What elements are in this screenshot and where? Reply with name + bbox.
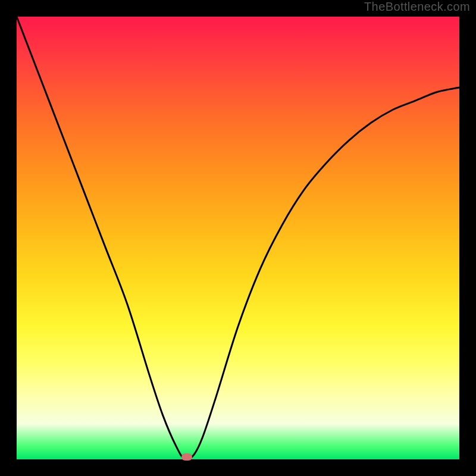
chart-container: TheBottleneck.com xyxy=(0,0,476,476)
optimum-marker xyxy=(181,453,192,461)
watermark-label: TheBottleneck.com xyxy=(364,0,470,14)
plot-area xyxy=(17,17,459,459)
curve-path xyxy=(17,17,459,460)
bottleneck-curve xyxy=(17,17,459,459)
